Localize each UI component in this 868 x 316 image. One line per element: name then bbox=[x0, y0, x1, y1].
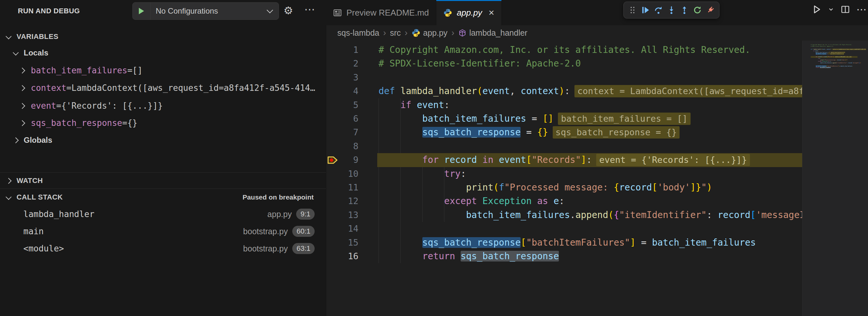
call-stack-frame[interactable]: lambda_handlerapp.py9:1 bbox=[0, 207, 326, 221]
code-token: " bbox=[701, 182, 707, 193]
variable-row-sqs_batch_response[interactable]: sqs_batch_response = {} bbox=[0, 116, 326, 130]
frame-file-label: bootstrap.py bbox=[243, 244, 288, 253]
code-token: } bbox=[696, 182, 701, 193]
breadcrumb-separator: › bbox=[405, 28, 408, 38]
frame-name: <module> bbox=[23, 244, 64, 253]
run-button[interactable] bbox=[812, 5, 821, 14]
chevron-down-icon bbox=[5, 33, 11, 39]
breadcrumb-item-sqs-lambda[interactable]: sqs-lambda bbox=[337, 28, 379, 38]
breakpoint-current-line-icon[interactable] bbox=[327, 155, 340, 167]
code-token bbox=[378, 251, 422, 261]
breadcrumb-item-src[interactable]: src bbox=[390, 28, 401, 38]
line-number[interactable]: 11 bbox=[326, 181, 359, 194]
step-into-icon bbox=[667, 6, 676, 14]
variable-row-context[interactable]: context = LambdaContext([aws_request_id=… bbox=[0, 81, 326, 95]
locals-group-header[interactable]: Locals bbox=[0, 46, 326, 60]
more-actions-button[interactable]: ⋯ bbox=[856, 4, 867, 14]
variables-section-header[interactable]: VARIABLES bbox=[0, 30, 326, 44]
code-token: { bbox=[614, 210, 619, 220]
line-number[interactable]: 4 bbox=[326, 84, 359, 98]
code-token: as bbox=[532, 196, 553, 206]
variable-name: context bbox=[31, 83, 66, 93]
call-stack-frame[interactable]: <module>bootstrap.py63:1 bbox=[0, 242, 326, 256]
line-number[interactable]: 2 bbox=[326, 57, 359, 70]
code-token: {} bbox=[537, 127, 548, 137]
line-number[interactable]: 5 bbox=[326, 98, 359, 112]
globals-group-header[interactable]: Globals bbox=[0, 133, 326, 147]
run-dropdown-chevron-button[interactable] bbox=[828, 6, 834, 13]
step-over-button[interactable] bbox=[652, 4, 664, 16]
variable-value: [] bbox=[132, 66, 143, 75]
variable-row-batch_item_failures[interactable]: batch_item_failures = [] bbox=[0, 63, 326, 77]
line-number[interactable]: 13 bbox=[326, 208, 359, 222]
line-number[interactable]: 15 bbox=[326, 236, 359, 250]
chevron-right-icon bbox=[19, 120, 25, 126]
start-debug-button[interactable] bbox=[133, 3, 151, 20]
frame-name: main bbox=[23, 226, 44, 236]
breadcrumb-separator: › bbox=[452, 28, 455, 38]
code-token: ) bbox=[707, 182, 712, 193]
chevron-right-icon bbox=[5, 178, 11, 184]
code-token: : bbox=[820, 58, 820, 59]
start-debug-icon bbox=[139, 8, 144, 14]
line-number[interactable]: 8 bbox=[326, 139, 359, 153]
step-into-button[interactable] bbox=[665, 4, 678, 16]
line-number[interactable]: 3 bbox=[326, 71, 359, 84]
code-token: batch_item_failures bbox=[466, 210, 570, 220]
drag-grip-icon bbox=[630, 7, 634, 13]
variable-equals: = bbox=[56, 101, 61, 110]
code-token bbox=[378, 113, 422, 124]
line-number[interactable]: 10 bbox=[326, 167, 359, 181]
continue-button[interactable] bbox=[639, 4, 652, 16]
more-actions-icon[interactable]: ⋯ bbox=[304, 4, 315, 14]
minimap[interactable]: # Copyright Amazon.com, Inc. or its affi… bbox=[802, 40, 868, 316]
code-token: : bbox=[831, 49, 832, 50]
disconnect-icon bbox=[706, 6, 715, 14]
editor-tab-bar: Preview README.mdapp.py× bbox=[326, 0, 868, 25]
breadcrumb-item-app-py[interactable]: app.py bbox=[412, 28, 447, 38]
call-stack-frame[interactable]: mainbootstrap.py60:1 bbox=[0, 224, 326, 239]
split-editor-icon bbox=[841, 5, 850, 14]
gear-icon[interactable]: ⚙ bbox=[283, 5, 293, 16]
line-number[interactable]: 14 bbox=[326, 222, 359, 235]
close-icon[interactable]: × bbox=[489, 7, 494, 18]
code-token: = bbox=[636, 237, 652, 248]
code-token bbox=[811, 67, 816, 68]
breadcrumb-item-lambda-handler[interactable]: lambda_handler bbox=[458, 28, 527, 38]
watch-section-header[interactable]: WATCH bbox=[0, 173, 326, 188]
disconnect-button[interactable] bbox=[704, 4, 716, 16]
editor-gutter[interactable]: 12345678910111213141516 bbox=[326, 43, 378, 267]
code-token: "itemIdentifier" bbox=[837, 62, 847, 64]
word-occurrence-highlight: sqs_batch_response bbox=[816, 66, 827, 67]
restart-button[interactable] bbox=[691, 4, 704, 16]
line-number[interactable]: 16 bbox=[326, 250, 359, 263]
call-stack-section-header[interactable]: CALL STACK Paused on breakpoint bbox=[0, 190, 326, 204]
debug-config-picker[interactable]: No Configurations bbox=[132, 2, 279, 20]
tab-app-py[interactable]: app.py× bbox=[436, 0, 502, 25]
code-token: batch_item_failures bbox=[820, 62, 832, 64]
variables-header-label: VARIABLES bbox=[17, 32, 58, 41]
tab-preview-readme-md[interactable]: Preview README.md bbox=[326, 0, 436, 25]
code-token: : bbox=[586, 154, 592, 165]
code-line: def lambda_handler(event, context):conte… bbox=[326, 84, 802, 98]
line-number[interactable]: 6 bbox=[326, 112, 359, 126]
variable-row-event[interactable]: event = {'Records': [{...}]} bbox=[0, 99, 326, 113]
frame-line-column-badge: 60:1 bbox=[292, 226, 315, 237]
step-out-icon bbox=[680, 6, 689, 14]
code-token bbox=[378, 100, 400, 110]
code-token: {} bbox=[829, 53, 830, 55]
more-actions-icon: ⋯ bbox=[856, 4, 867, 14]
variable-value: LambdaContext([aws_request_id=a8fa412f-a… bbox=[71, 83, 315, 93]
step-out-button[interactable] bbox=[678, 4, 690, 16]
locals-label: Locals bbox=[24, 48, 48, 57]
code-editor[interactable]: # Copyright Amazon.com, Inc. or its affi… bbox=[326, 40, 802, 316]
code-token: def bbox=[811, 49, 813, 50]
line-number[interactable]: 12 bbox=[326, 194, 359, 208]
code-token: for bbox=[816, 57, 818, 58]
line-number[interactable]: 1 bbox=[326, 43, 359, 57]
code-token bbox=[811, 62, 820, 64]
sidebar-title: RUN AND DEBUG bbox=[18, 7, 80, 15]
tab-label: Preview README.md bbox=[346, 8, 429, 18]
line-number[interactable]: 7 bbox=[326, 126, 359, 139]
split-editor-button[interactable] bbox=[841, 5, 850, 14]
